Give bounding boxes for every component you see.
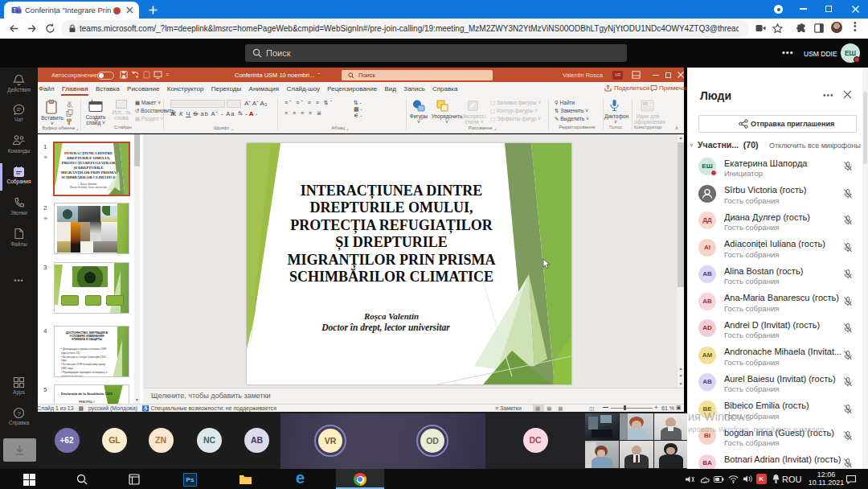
svg-text:DREPTURILE OMULUI,: DREPTURILE OMULUI,	[67, 156, 110, 160]
svg-text:Doctor în drept, lector univer: Doctor în drept, lector universitar	[321, 323, 450, 333]
svg-text:Roșca Valentin: Roșca Valentin	[80, 183, 97, 186]
svg-text:MIGRANȚILOR PRIN PRISMA: MIGRANȚILOR PRIN PRISMA	[287, 252, 495, 269]
svg-text:INTERACȚIUNEA DINTRE: INTERACȚIUNEA DINTRE	[301, 183, 483, 199]
svg-text:INTERACȚIUNEA DINTRE: INTERACȚIUNEA DINTRE	[64, 151, 113, 155]
svg-text:SCHIMBĂRILOR CLIMATICE: SCHIMBĂRILOR CLIMATICE	[289, 268, 493, 285]
svg-text:?: ?	[17, 410, 21, 417]
svg-text:PROTECȚIA REFUGIAȚILOR: PROTECȚIA REFUGIAȚILOR	[62, 161, 116, 165]
svg-text:DREPTURILE OMULUI,: DREPTURILE OMULUI,	[309, 199, 473, 216]
svg-text:ȘI DREPTURILE: ȘI DREPTURILE	[74, 166, 104, 170]
svg-text:ȘI DREPTURILE: ȘI DREPTURILE	[335, 234, 448, 251]
svg-text:PROTECȚIA REFUGIAȚILOR: PROTECȚIA REFUGIAȚILOR	[290, 217, 493, 234]
svg-text:MIGRANȚILOR PRIN PRISMA: MIGRANȚILOR PRIN PRISMA	[61, 171, 117, 175]
svg-text:SCHIMBĂRILOR CLIMATICE: SCHIMBĂRILOR CLIMATICE	[61, 175, 115, 179]
svg-text:T: T	[13, 7, 16, 13]
svg-text:Roșca Valentin: Roșca Valentin	[363, 311, 419, 322]
